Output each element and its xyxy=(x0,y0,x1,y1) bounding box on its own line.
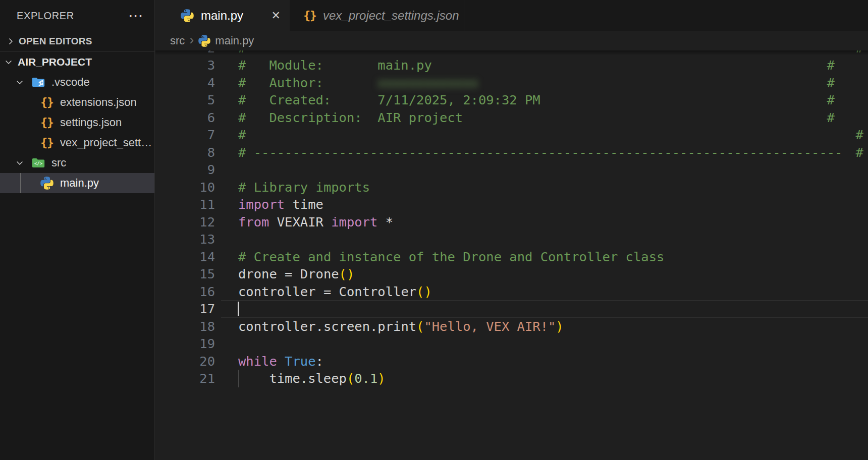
breadcrumb-item-src[interactable]: src xyxy=(170,34,185,47)
tree-item-settings-json[interactable]: {}settings.json xyxy=(0,112,154,133)
code-token: while xyxy=(238,353,277,370)
code-token: controller = Controller xyxy=(238,283,416,301)
code-token: AIR project xyxy=(377,109,463,127)
line-number: 3 xyxy=(155,56,215,74)
code-line-6[interactable]: 6#Description:AIR project# xyxy=(155,109,868,127)
code-line-18[interactable]: 18controller.screen.print("Hello, VEX AI… xyxy=(155,318,868,335)
code-token: # Library imports xyxy=(238,179,370,196)
line-number: 21 xyxy=(155,370,215,387)
json-icon: {} xyxy=(40,136,53,149)
code-token: ( xyxy=(416,318,424,335)
json-icon: {} xyxy=(40,116,53,129)
svg-text:</>: </> xyxy=(34,161,42,166)
code-token: time xyxy=(292,196,323,213)
line-number: 8 xyxy=(155,144,215,161)
tree-item-vscode[interactable]: .vscode xyxy=(0,72,154,92)
code-line-17[interactable]: 17 xyxy=(155,300,868,318)
sidebar-title: EXPLORER xyxy=(17,10,74,22)
line-number: 10 xyxy=(155,179,215,196)
file-tree: .vscode{}extensions.json{}settings.json{… xyxy=(0,72,154,193)
code-token: True xyxy=(285,353,315,370)
line-number: 15 xyxy=(155,265,215,283)
open-editors-label: OPEN EDITORS xyxy=(19,36,92,47)
line-number: 13 xyxy=(155,231,215,248)
tab-label: main.py xyxy=(201,9,243,23)
line-number: 7 xyxy=(155,126,215,144)
code-token: # xyxy=(238,56,246,74)
tree-item-label: main.py xyxy=(60,177,99,190)
more-actions-icon[interactable]: ⋯ xyxy=(128,12,143,19)
open-editors-section[interactable]: OPEN EDITORS xyxy=(0,31,154,52)
code-line-14[interactable]: 14# Create and instance of the Drone and… xyxy=(155,248,868,266)
line-number: 5 xyxy=(155,91,215,109)
code-line-20[interactable]: 20whileTrue: xyxy=(155,353,868,370)
code-line-15[interactable]: 15drone = Drone() xyxy=(155,265,868,283)
line-number: 6 xyxy=(155,109,215,127)
code-token: # xyxy=(855,126,863,144)
code-token: time.sleep xyxy=(269,370,347,387)
editor-group: main.py✕{}vex_project_settings.json src›… xyxy=(155,0,868,460)
code-token: Author: xyxy=(269,74,323,92)
tab-vex-project-settings-json[interactable]: {}vex_project_settings.json xyxy=(290,0,464,31)
folder-vscode-icon xyxy=(32,76,45,89)
code-token: ----------------------------------------… xyxy=(254,144,843,161)
code-line-3[interactable]: 3#Module:main.py# xyxy=(155,56,868,74)
code-line-4[interactable]: 4#Author:xxxxxxxxxxxxx# xyxy=(155,74,868,92)
code-line-7[interactable]: 7## xyxy=(155,126,868,144)
code-line-21[interactable]: 21time.sleep(0.1) xyxy=(155,370,868,387)
code-token: Created: xyxy=(269,91,331,109)
code-token: # xyxy=(238,144,246,161)
code-editor[interactable]: 2##3#Module:main.py#4#Author:xxxxxxxxxxx… xyxy=(155,50,868,460)
python-icon xyxy=(40,177,53,190)
vscode-window: EXPLORER ⋯ OPEN EDITORS AIR_PROJECT .vsc… xyxy=(0,0,868,460)
code-token: # xyxy=(827,91,835,109)
chevron-down-icon xyxy=(14,77,25,88)
chevron-down-icon xyxy=(3,56,14,68)
tree-item-label: extensions.json xyxy=(60,96,137,109)
tree-indent-guide xyxy=(20,173,21,193)
code-line-5[interactable]: 5#Created:7/11/2025, 2:09:32 PM# xyxy=(155,91,868,109)
code-line-2[interactable]: 2## xyxy=(155,50,868,56)
line-number: 12 xyxy=(155,213,215,231)
code-line-16[interactable]: 16controller = Controller() xyxy=(155,283,868,301)
python-icon xyxy=(181,9,194,22)
code-token: ) xyxy=(377,370,385,387)
code-token: from xyxy=(238,213,269,231)
code-line-10[interactable]: 10# Library imports xyxy=(155,179,868,196)
code-line-19[interactable]: 19 xyxy=(155,335,868,353)
tree-item-extensions-json[interactable]: {}extensions.json xyxy=(0,92,154,112)
code-line-12[interactable]: 12fromVEXAIRimport* xyxy=(155,213,868,231)
code-line-11[interactable]: 11importtime xyxy=(155,196,868,213)
text-cursor xyxy=(238,302,239,316)
line-number: 2 xyxy=(155,50,215,56)
code-token: ( xyxy=(347,370,354,387)
code-token: 0.1 xyxy=(354,370,377,387)
project-root-row[interactable]: AIR_PROJECT xyxy=(0,52,154,72)
tree-item-label: src xyxy=(51,156,66,169)
tree-item-main-py[interactable]: main.py xyxy=(0,173,154,193)
code-token: # Create and instance of the Drone and C… xyxy=(238,248,664,266)
tree-item-vex-project-settings-json[interactable]: {}vex_project_settings.json xyxy=(0,133,154,153)
code-token: import xyxy=(238,196,285,213)
tree-item-label: settings.json xyxy=(60,116,122,129)
json-icon: {} xyxy=(303,9,316,22)
code-token: () xyxy=(339,265,355,283)
tree-item-src[interactable]: </>src xyxy=(0,153,154,173)
code-line-8[interactable]: 8#--------------------------------------… xyxy=(155,144,868,161)
project-root-label: AIR_PROJECT xyxy=(18,56,92,68)
code-token: # xyxy=(238,50,246,56)
code-line-9[interactable]: 9 xyxy=(155,161,868,179)
code-content: 2##3#Module:main.py#4#Author:xxxxxxxxxxx… xyxy=(155,50,868,443)
code-token: controller.screen.print xyxy=(238,318,416,335)
code-line-13[interactable]: 13 xyxy=(155,231,868,248)
line-number: 11 xyxy=(155,196,215,213)
close-icon[interactable]: ✕ xyxy=(272,9,281,22)
tree-item-label: vex_project_settings.json xyxy=(60,136,154,149)
tab-main-py[interactable]: main.py✕ xyxy=(155,0,290,31)
code-token: # xyxy=(855,144,863,161)
breadcrumb-item-main-py[interactable]: main.py xyxy=(215,34,254,47)
json-icon: {} xyxy=(40,96,53,109)
code-token: 7/11/2025, 2:09:32 PM xyxy=(377,91,540,109)
line-number: 19 xyxy=(155,335,215,353)
breadcrumb: src›main.py xyxy=(155,31,868,50)
